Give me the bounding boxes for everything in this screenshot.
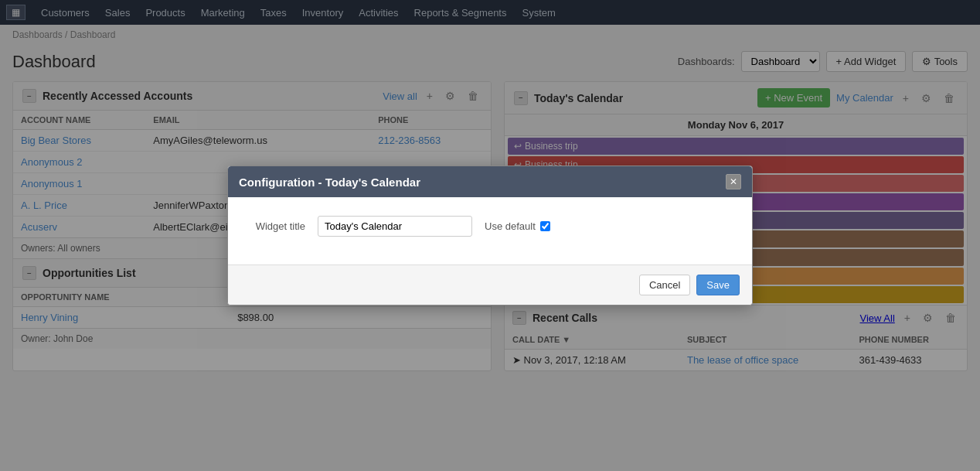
modal-header: Configuration - Today's Calendar ✕: [228, 166, 752, 197]
cancel-button[interactable]: Cancel: [639, 275, 690, 295]
widget-title-input[interactable]: [318, 216, 472, 237]
modal-footer: Cancel Save: [228, 265, 752, 305]
save-button[interactable]: Save: [696, 275, 740, 295]
use-default-label: Use default: [485, 220, 536, 232]
modal-overlay[interactable]: Configuration - Today's Calendar ✕ Widge…: [0, 0, 980, 371]
modal-body: Widget title Use default: [228, 197, 752, 265]
configuration-modal: Configuration - Today's Calendar ✕ Widge…: [227, 166, 753, 305]
modal-close-button[interactable]: ✕: [726, 174, 741, 189]
use-default-checkbox[interactable]: [540, 221, 550, 231]
use-default-section: Use default: [485, 220, 550, 232]
widget-title-label: Widget title: [243, 220, 305, 232]
widget-title-row: Widget title Use default: [243, 216, 737, 237]
modal-title: Configuration - Today's Calendar: [239, 176, 420, 189]
